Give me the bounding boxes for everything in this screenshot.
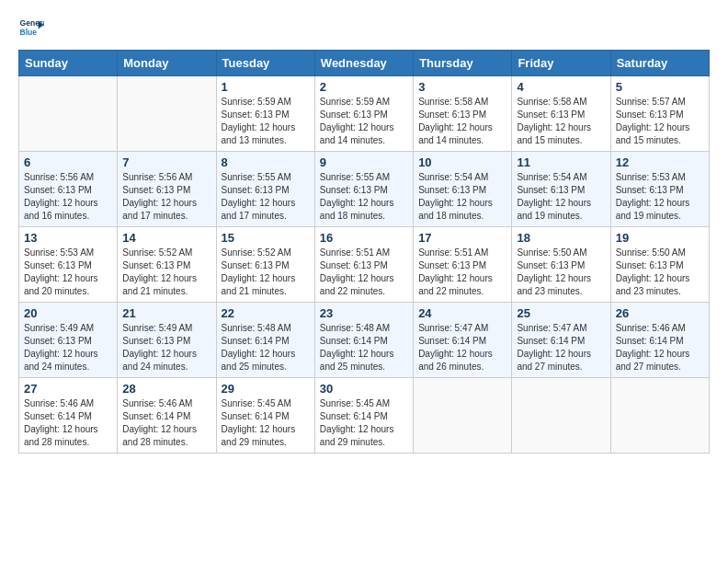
day-info: Sunrise: 5:53 AM Sunset: 6:13 PM Dayligh… [24, 247, 112, 298]
day-number: 16 [320, 231, 408, 245]
day-number: 2 [320, 80, 408, 94]
day-info: Sunrise: 5:54 AM Sunset: 6:13 PM Dayligh… [418, 171, 506, 223]
calendar-cell: 8Sunrise: 5:55 AM Sunset: 6:13 PM Daylig… [216, 152, 314, 227]
calendar-cell: 12Sunrise: 5:53 AM Sunset: 6:13 PM Dayli… [610, 152, 709, 227]
calendar-cell: 26Sunrise: 5:46 AM Sunset: 6:14 PM Dayli… [610, 303, 709, 378]
calendar-cell [512, 378, 610, 454]
calendar-week-5: 27Sunrise: 5:46 AM Sunset: 6:14 PM Dayli… [19, 378, 710, 454]
day-info: Sunrise: 5:51 AM Sunset: 6:13 PM Dayligh… [418, 247, 506, 298]
calendar-cell: 19Sunrise: 5:50 AM Sunset: 6:13 PM Dayli… [610, 227, 709, 303]
header-saturday: Saturday [610, 51, 709, 76]
day-number: 12 [616, 155, 704, 169]
day-number: 5 [616, 80, 704, 94]
calendar-cell [19, 76, 118, 152]
header-wednesday: Wednesday [314, 51, 413, 76]
day-number: 15 [222, 231, 310, 245]
calendar-table: SundayMondayTuesdayWednesdayThursdayFrid… [18, 50, 710, 454]
day-info: Sunrise: 5:50 AM Sunset: 6:13 PM Dayligh… [616, 247, 704, 298]
logo-icon: General Blue [18, 15, 44, 40]
calendar-cell: 3Sunrise: 5:58 AM Sunset: 6:13 PM Daylig… [414, 76, 512, 152]
day-info: Sunrise: 5:57 AM Sunset: 6:13 PM Dayligh… [616, 96, 704, 147]
day-info: Sunrise: 5:49 AM Sunset: 6:13 PM Dayligh… [122, 322, 210, 373]
day-number: 17 [418, 231, 506, 245]
day-number: 28 [122, 382, 210, 396]
calendar-cell: 24Sunrise: 5:47 AM Sunset: 6:14 PM Dayli… [414, 303, 512, 378]
day-info: Sunrise: 5:53 AM Sunset: 6:13 PM Dayligh… [616, 171, 704, 223]
svg-text:Blue: Blue [20, 28, 38, 37]
day-info: Sunrise: 5:47 AM Sunset: 6:14 PM Dayligh… [517, 322, 605, 373]
day-info: Sunrise: 5:52 AM Sunset: 6:13 PM Dayligh… [222, 247, 310, 298]
day-number: 1 [222, 80, 310, 94]
calendar-cell: 28Sunrise: 5:46 AM Sunset: 6:14 PM Dayli… [118, 378, 216, 454]
calendar-cell: 15Sunrise: 5:52 AM Sunset: 6:13 PM Dayli… [216, 227, 314, 303]
day-number: 3 [418, 80, 506, 94]
day-number: 24 [418, 306, 506, 320]
day-number: 13 [24, 231, 112, 245]
day-number: 29 [222, 382, 310, 396]
calendar-cell: 22Sunrise: 5:48 AM Sunset: 6:14 PM Dayli… [216, 303, 314, 378]
day-number: 10 [418, 155, 506, 169]
day-number: 27 [24, 382, 112, 396]
calendar-cell [414, 378, 512, 454]
calendar-cell: 10Sunrise: 5:54 AM Sunset: 6:13 PM Dayli… [414, 152, 512, 227]
day-info: Sunrise: 5:49 AM Sunset: 6:13 PM Dayligh… [24, 322, 112, 373]
calendar-cell: 11Sunrise: 5:54 AM Sunset: 6:13 PM Dayli… [512, 152, 610, 227]
day-number: 23 [320, 306, 408, 320]
day-info: Sunrise: 5:54 AM Sunset: 6:13 PM Dayligh… [517, 171, 605, 223]
day-info: Sunrise: 5:45 AM Sunset: 6:14 PM Dayligh… [222, 397, 310, 449]
calendar-cell: 7Sunrise: 5:56 AM Sunset: 6:13 PM Daylig… [118, 152, 216, 227]
header-tuesday: Tuesday [216, 51, 314, 76]
calendar-week-2: 6Sunrise: 5:56 AM Sunset: 6:13 PM Daylig… [19, 152, 710, 227]
day-number: 14 [122, 231, 210, 245]
day-number: 4 [517, 80, 605, 94]
day-number: 8 [222, 155, 310, 169]
day-info: Sunrise: 5:50 AM Sunset: 6:13 PM Dayligh… [517, 247, 605, 298]
calendar-cell: 14Sunrise: 5:52 AM Sunset: 6:13 PM Dayli… [118, 227, 216, 303]
day-info: Sunrise: 5:59 AM Sunset: 6:13 PM Dayligh… [222, 96, 310, 147]
day-info: Sunrise: 5:46 AM Sunset: 6:14 PM Dayligh… [616, 322, 704, 373]
calendar-cell [118, 76, 216, 152]
day-info: Sunrise: 5:58 AM Sunset: 6:13 PM Dayligh… [418, 96, 506, 147]
calendar-week-3: 13Sunrise: 5:53 AM Sunset: 6:13 PM Dayli… [19, 227, 710, 303]
calendar-cell: 9Sunrise: 5:55 AM Sunset: 6:13 PM Daylig… [314, 152, 413, 227]
day-info: Sunrise: 5:45 AM Sunset: 6:14 PM Dayligh… [320, 397, 408, 449]
day-number: 20 [24, 306, 112, 320]
calendar-week-4: 20Sunrise: 5:49 AM Sunset: 6:13 PM Dayli… [19, 303, 710, 378]
header-monday: Monday [118, 51, 216, 76]
day-number: 22 [222, 306, 310, 320]
calendar-cell: 17Sunrise: 5:51 AM Sunset: 6:13 PM Dayli… [414, 227, 512, 303]
calendar-cell: 5Sunrise: 5:57 AM Sunset: 6:13 PM Daylig… [610, 76, 709, 152]
calendar-cell: 23Sunrise: 5:48 AM Sunset: 6:14 PM Dayli… [314, 303, 413, 378]
header-friday: Friday [512, 51, 610, 76]
day-info: Sunrise: 5:58 AM Sunset: 6:13 PM Dayligh… [517, 96, 605, 147]
day-number: 30 [320, 382, 408, 396]
calendar-cell: 29Sunrise: 5:45 AM Sunset: 6:14 PM Dayli… [216, 378, 314, 454]
calendar-cell: 6Sunrise: 5:56 AM Sunset: 6:13 PM Daylig… [19, 152, 118, 227]
day-number: 7 [122, 155, 210, 169]
day-info: Sunrise: 5:46 AM Sunset: 6:14 PM Dayligh… [24, 397, 112, 449]
calendar-cell: 20Sunrise: 5:49 AM Sunset: 6:13 PM Dayli… [19, 303, 118, 378]
day-info: Sunrise: 5:48 AM Sunset: 6:14 PM Dayligh… [320, 322, 408, 373]
header: General Blue [18, 15, 710, 40]
day-number: 19 [616, 231, 704, 245]
day-number: 18 [517, 231, 605, 245]
day-info: Sunrise: 5:46 AM Sunset: 6:14 PM Dayligh… [122, 397, 210, 449]
day-number: 6 [24, 155, 112, 169]
day-number: 21 [122, 306, 210, 320]
day-info: Sunrise: 5:48 AM Sunset: 6:14 PM Dayligh… [222, 322, 310, 373]
day-info: Sunrise: 5:51 AM Sunset: 6:13 PM Dayligh… [320, 247, 408, 298]
day-info: Sunrise: 5:59 AM Sunset: 6:13 PM Dayligh… [320, 96, 408, 147]
day-info: Sunrise: 5:52 AM Sunset: 6:13 PM Dayligh… [122, 247, 210, 298]
calendar-week-1: 1Sunrise: 5:59 AM Sunset: 6:13 PM Daylig… [19, 76, 710, 152]
day-info: Sunrise: 5:55 AM Sunset: 6:13 PM Dayligh… [222, 171, 310, 223]
day-number: 11 [517, 155, 605, 169]
header-sunday: Sunday [19, 51, 118, 76]
day-info: Sunrise: 5:56 AM Sunset: 6:13 PM Dayligh… [24, 171, 112, 223]
day-info: Sunrise: 5:55 AM Sunset: 6:13 PM Dayligh… [320, 171, 408, 223]
calendar-cell: 18Sunrise: 5:50 AM Sunset: 6:13 PM Dayli… [512, 227, 610, 303]
calendar-cell: 4Sunrise: 5:58 AM Sunset: 6:13 PM Daylig… [512, 76, 610, 152]
calendar-cell: 13Sunrise: 5:53 AM Sunset: 6:13 PM Dayli… [19, 227, 118, 303]
calendar-cell: 25Sunrise: 5:47 AM Sunset: 6:14 PM Dayli… [512, 303, 610, 378]
day-number: 9 [320, 155, 408, 169]
calendar-cell: 27Sunrise: 5:46 AM Sunset: 6:14 PM Dayli… [19, 378, 118, 454]
